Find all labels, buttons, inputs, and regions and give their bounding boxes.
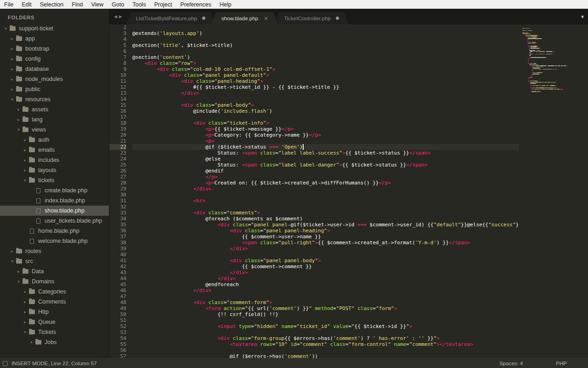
tree-item-label: bootstrap — [25, 46, 49, 52]
history-forward-icon[interactable]: ▶ — [119, 14, 122, 19]
file-item-home.blade.php[interactable]: home.blade.php — [0, 226, 109, 236]
folder-item-includes[interactable]: ▸includes — [0, 155, 109, 165]
folder-item-emails[interactable]: ▸emails — [0, 145, 109, 155]
chevron-right-icon: ▸ — [22, 138, 28, 142]
folder-item-layouts[interactable]: ▸layouts — [0, 165, 109, 175]
tree-item-label: tickets — [38, 177, 54, 184]
menu-item-edit[interactable]: Edit — [17, 0, 36, 9]
folder-item-database[interactable]: ▸database — [0, 64, 109, 74]
folder-item-public[interactable]: ▸public — [0, 84, 109, 94]
menu-item-help[interactable]: Help — [215, 0, 236, 9]
tree-item-label: Queue — [38, 319, 56, 325]
line-number: 7 — [109, 54, 126, 60]
folder-item-src[interactable]: ▾src — [0, 256, 109, 266]
line-number: 17 — [109, 114, 126, 120]
folder-icon — [29, 330, 35, 334]
folder-icon — [23, 127, 28, 132]
line-number: 5 — [109, 42, 126, 48]
tab-overflow-icon[interactable]: ▼ — [580, 14, 585, 19]
line-number: 39 — [109, 246, 126, 252]
menu-item-file[interactable]: File — [0, 0, 17, 9]
folder-item-Tickets[interactable]: ▾Tickets — [0, 327, 109, 337]
file-icon — [36, 188, 40, 193]
menu-item-tools[interactable]: Tools — [128, 0, 150, 9]
tree-item-label: welcome.blade.php — [38, 238, 88, 244]
menu-item-selection[interactable]: Selection — [36, 0, 68, 9]
line-number: 53 — [109, 329, 126, 335]
folder-item-tickets[interactable]: ▾tickets — [0, 175, 109, 185]
line-number: 41 — [109, 258, 126, 264]
tree-item-label: Jobs — [45, 339, 57, 345]
folder-item-app[interactable]: ▸app — [0, 34, 109, 44]
chevron-down-icon: ▾ — [28, 340, 34, 345]
folder-item-Domains[interactable]: ▾Domains — [0, 276, 109, 287]
folder-icon — [29, 299, 35, 304]
line-number: 2 — [109, 24, 126, 30]
folder-icon — [16, 87, 22, 92]
folder-item-lang[interactable]: ▸lang — [0, 115, 109, 125]
folder-item-Data[interactable]: ▸Data — [0, 266, 109, 276]
syntax-mode[interactable]: PHP — [556, 361, 567, 366]
tab-label: ListTicketByIdFeature.php — [136, 16, 197, 21]
file-icon — [36, 218, 40, 224]
gutter: 2345678910111213141516171819202122232425… — [109, 24, 132, 358]
file-item-show.blade.php[interactable]: show.blade.php — [0, 206, 109, 216]
folder-item-Comments[interactable]: ▸Comments — [0, 297, 109, 307]
menu-item-project[interactable]: Project — [150, 0, 176, 9]
minimap[interactable] — [519, 26, 588, 358]
folder-item-bootstrap[interactable]: ▸bootstrap — [0, 44, 109, 54]
folder-item-Queue[interactable]: ▸Queue — [0, 317, 109, 327]
chevron-right-icon: ▸ — [22, 310, 28, 314]
folder-item-assets[interactable]: ▸assets — [0, 104, 109, 115]
status-right: Spaces: 4 PHP — [499, 361, 588, 366]
tab-ListTicketByIdFeature.php[interactable]: ListTicketByIdFeature.php — [126, 12, 215, 24]
folder-item-views[interactable]: ▾views — [0, 125, 109, 135]
folder-item-Categories[interactable]: ▸Categories — [0, 287, 109, 297]
close-icon[interactable]: × — [264, 16, 268, 21]
folder-icon — [16, 46, 22, 51]
folder-item-config[interactable]: ▸config — [0, 54, 109, 64]
tab-TicketController.php[interactable]: TicketController.php — [274, 12, 349, 24]
sidebar: FOLDERS ▾support-ticket▸app▸bootstrap▸co… — [0, 9, 109, 358]
menu-item-goto[interactable]: Goto — [107, 0, 128, 9]
line-number: 13 — [109, 90, 126, 96]
file-item-welcome.blade.php[interactable]: welcome.blade.php — [0, 236, 109, 246]
folder-item-support-ticket[interactable]: ▾support-ticket — [0, 23, 109, 34]
folder-icon — [23, 269, 28, 274]
tree-item-label: home.blade.php — [38, 228, 79, 234]
folder-icon — [10, 26, 16, 31]
line-number: 20 — [109, 132, 126, 138]
tab-show.blade.php[interactable]: show.blade.php× — [211, 12, 278, 24]
folders-header: FOLDERS — [0, 9, 109, 23]
folder-item-Jobs[interactable]: ▾Jobs — [0, 337, 109, 347]
line-number: 11 — [109, 78, 126, 84]
folder-item-resources[interactable]: ▾resources — [0, 94, 109, 104]
line-number: 18 — [109, 120, 126, 126]
menu-item-find[interactable]: Find — [68, 0, 87, 9]
line-number: 56 — [109, 347, 126, 353]
menu-item-preferences[interactable]: Preferences — [176, 0, 215, 9]
tree-item-label: database — [25, 66, 49, 72]
folder-icon — [23, 107, 28, 112]
tree-item-label: node_modules — [25, 76, 63, 82]
history-back-icon[interactable]: ◀ — [114, 14, 117, 19]
indent-setting[interactable]: Spaces: 4 — [499, 361, 523, 366]
line-number: 14 — [109, 96, 126, 102]
folder-item-routes[interactable]: ▸routes — [0, 246, 109, 256]
folder-icon — [29, 320, 35, 324]
tree-item-label: Categories — [38, 288, 66, 295]
file-item-index.blade.php[interactable]: index.blade.php — [0, 196, 109, 206]
folder-icon — [29, 289, 35, 294]
tree-item-label: Domains — [32, 278, 54, 285]
file-item-user_tickets.blade.php[interactable]: user_tickets.blade.php — [0, 216, 109, 226]
folder-item-auth[interactable]: ▸auth — [0, 135, 109, 145]
folder-item-Http[interactable]: ▸Http — [0, 307, 109, 317]
file-item-create.blade.php[interactable]: create.blade.php — [0, 185, 109, 196]
line-number: 4 — [109, 36, 126, 42]
folder-item-node_modules[interactable]: ▸node_modules — [0, 74, 109, 84]
chevron-right-icon: ▸ — [16, 117, 22, 122]
line-number: 57 — [109, 353, 126, 358]
line-number: 49 — [109, 305, 126, 311]
line-number: 16 — [109, 108, 126, 114]
menu-item-view[interactable]: View — [87, 0, 107, 9]
